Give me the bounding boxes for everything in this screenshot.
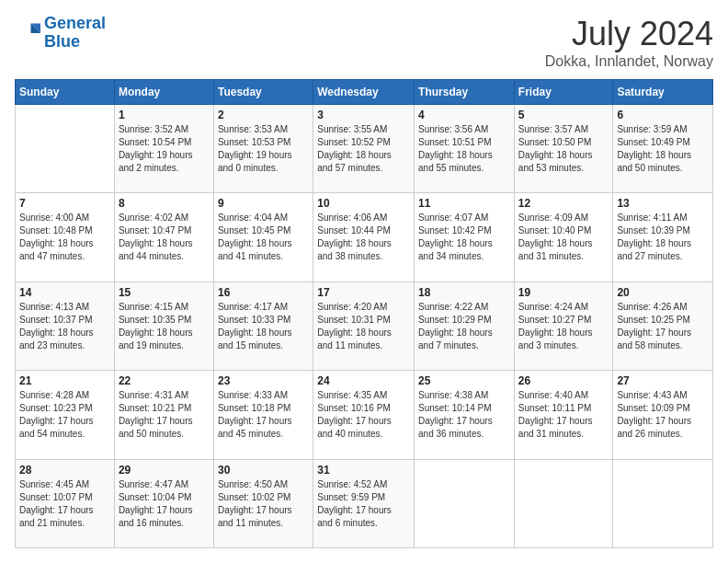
day-number: 25 — [418, 374, 510, 387]
calendar-cell: 15Sunrise: 4:15 AMSunset: 10:35 PMDaylig… — [114, 282, 213, 370]
logo-line1: General — [44, 14, 106, 32]
day-info: Sunrise: 4:31 AMSunset: 10:21 PMDaylight… — [119, 389, 210, 441]
calendar-header: SundayMondayTuesdayWednesdayThursdayFrid… — [16, 80, 713, 105]
day-number: 26 — [518, 374, 609, 387]
calendar-cell: 24Sunrise: 4:35 AMSunset: 10:16 PMDaylig… — [313, 371, 415, 459]
day-number: 5 — [518, 109, 609, 121]
day-info: Sunrise: 4:02 AMSunset: 10:47 PMDaylight… — [119, 212, 210, 263]
day-number: 27 — [617, 374, 709, 387]
calendar-body: 1Sunrise: 3:52 AMSunset: 10:54 PMDayligh… — [16, 105, 713, 548]
day-info: Sunrise: 4:13 AMSunset: 10:37 PMDaylight… — [19, 301, 110, 352]
calendar-cell: 12Sunrise: 4:09 AMSunset: 10:40 PMDaylig… — [514, 193, 613, 282]
calendar-cell: 7Sunrise: 4:00 AMSunset: 10:48 PMDayligh… — [16, 193, 115, 282]
calendar-cell: 9Sunrise: 4:04 AMSunset: 10:45 PMDayligh… — [213, 193, 313, 282]
day-info: Sunrise: 4:47 AMSunset: 10:04 PMDaylight… — [119, 478, 210, 530]
day-info: Sunrise: 4:22 AMSunset: 10:29 PMDaylight… — [418, 301, 510, 352]
weekday-header: Thursday — [415, 80, 515, 105]
day-number: 10 — [317, 197, 410, 210]
day-info: Sunrise: 4:35 AMSunset: 10:16 PMDaylight… — [317, 389, 410, 441]
weekday-header: Tuesday — [213, 80, 313, 105]
day-info: Sunrise: 4:45 AMSunset: 10:07 PMDaylight… — [19, 478, 110, 530]
weekday-header: Sunday — [16, 80, 115, 105]
day-info: Sunrise: 3:52 AMSunset: 10:54 PMDaylight… — [119, 123, 210, 175]
logo-line2: Blue — [44, 32, 80, 51]
title-block: July 2024 Dokka, Innlandet, Norway — [545, 15, 713, 70]
logo: General Blue — [15, 15, 106, 52]
calendar-cell: 17Sunrise: 4:20 AMSunset: 10:31 PMDaylig… — [313, 282, 415, 370]
day-info: Sunrise: 4:43 AMSunset: 10:09 PMDaylight… — [617, 389, 709, 441]
day-info: Sunrise: 3:53 AMSunset: 10:53 PMDaylight… — [218, 123, 309, 175]
calendar-cell: 31Sunrise: 4:52 AMSunset: 9:59 PMDayligh… — [313, 459, 415, 547]
calendar-cell: 4Sunrise: 3:56 AMSunset: 10:51 PMDayligh… — [415, 105, 515, 193]
day-info: Sunrise: 4:20 AMSunset: 10:31 PMDaylight… — [317, 301, 410, 352]
calendar-cell: 21Sunrise: 4:28 AMSunset: 10:23 PMDaylig… — [16, 371, 115, 459]
subtitle: Dokka, Innlandet, Norway — [545, 53, 713, 70]
day-number: 3 — [317, 109, 410, 121]
calendar-cell: 28Sunrise: 4:45 AMSunset: 10:07 PMDaylig… — [16, 459, 115, 547]
logo-icon — [15, 20, 40, 46]
calendar-week-row: 14Sunrise: 4:13 AMSunset: 10:37 PMDaylig… — [16, 282, 713, 370]
day-info: Sunrise: 4:38 AMSunset: 10:14 PMDaylight… — [418, 389, 510, 441]
calendar-cell: 1Sunrise: 3:52 AMSunset: 10:54 PMDayligh… — [114, 105, 213, 193]
calendar-cell: 26Sunrise: 4:40 AMSunset: 10:11 PMDaylig… — [514, 371, 613, 459]
day-number: 15 — [119, 286, 210, 299]
calendar-cell: 5Sunrise: 3:57 AMSunset: 10:50 PMDayligh… — [514, 105, 613, 193]
day-info: Sunrise: 4:11 AMSunset: 10:39 PMDaylight… — [617, 212, 709, 263]
day-number: 20 — [617, 286, 709, 299]
day-number: 1 — [119, 109, 210, 121]
calendar-cell: 8Sunrise: 4:02 AMSunset: 10:47 PMDayligh… — [114, 193, 213, 282]
day-number: 18 — [418, 286, 510, 299]
day-info: Sunrise: 4:09 AMSunset: 10:40 PMDaylight… — [518, 212, 609, 263]
weekday-header: Wednesday — [313, 80, 415, 105]
calendar-cell: 22Sunrise: 4:31 AMSunset: 10:21 PMDaylig… — [114, 371, 213, 459]
calendar-week-row: 21Sunrise: 4:28 AMSunset: 10:23 PMDaylig… — [16, 371, 713, 459]
day-info: Sunrise: 4:26 AMSunset: 10:25 PMDaylight… — [617, 301, 709, 352]
day-number: 11 — [418, 197, 510, 210]
day-info: Sunrise: 4:52 AMSunset: 9:59 PMDaylight:… — [317, 478, 410, 530]
calendar-cell: 14Sunrise: 4:13 AMSunset: 10:37 PMDaylig… — [16, 282, 115, 370]
day-info: Sunrise: 3:56 AMSunset: 10:51 PMDaylight… — [418, 123, 510, 175]
day-info: Sunrise: 4:00 AMSunset: 10:48 PMDaylight… — [19, 212, 110, 263]
day-info: Sunrise: 4:07 AMSunset: 10:42 PMDaylight… — [418, 212, 510, 263]
calendar-cell: 18Sunrise: 4:22 AMSunset: 10:29 PMDaylig… — [415, 282, 515, 370]
calendar-cell: 25Sunrise: 4:38 AMSunset: 10:14 PMDaylig… — [415, 371, 515, 459]
day-number: 23 — [218, 374, 309, 387]
day-number: 13 — [617, 197, 709, 210]
calendar-cell: 2Sunrise: 3:53 AMSunset: 10:53 PMDayligh… — [213, 105, 313, 193]
day-number: 12 — [518, 197, 609, 210]
day-info: Sunrise: 4:15 AMSunset: 10:35 PMDaylight… — [119, 301, 210, 352]
day-info: Sunrise: 3:59 AMSunset: 10:49 PMDaylight… — [617, 123, 709, 175]
day-number: 24 — [317, 374, 410, 387]
day-number: 30 — [218, 464, 309, 477]
day-info: Sunrise: 3:57 AMSunset: 10:50 PMDaylight… — [518, 123, 609, 175]
day-number: 19 — [518, 286, 609, 299]
day-number: 4 — [418, 109, 510, 121]
calendar-cell: 19Sunrise: 4:24 AMSunset: 10:27 PMDaylig… — [514, 282, 613, 370]
day-number: 6 — [617, 109, 709, 121]
calendar-cell: 3Sunrise: 3:55 AMSunset: 10:52 PMDayligh… — [313, 105, 415, 193]
calendar-cell: 6Sunrise: 3:59 AMSunset: 10:49 PMDayligh… — [613, 105, 713, 193]
day-number: 21 — [19, 374, 110, 387]
calendar-cell: 27Sunrise: 4:43 AMSunset: 10:09 PMDaylig… — [613, 371, 713, 459]
calendar-week-row: 7Sunrise: 4:00 AMSunset: 10:48 PMDayligh… — [16, 193, 713, 282]
weekday-row: SundayMondayTuesdayWednesdayThursdayFrid… — [16, 80, 713, 105]
day-number: 14 — [19, 286, 110, 299]
day-info: Sunrise: 4:06 AMSunset: 10:44 PMDaylight… — [317, 212, 410, 263]
day-number: 16 — [218, 286, 309, 299]
calendar-week-row: 1Sunrise: 3:52 AMSunset: 10:54 PMDayligh… — [16, 105, 713, 193]
weekday-header: Monday — [114, 80, 213, 105]
day-info: Sunrise: 4:04 AMSunset: 10:45 PMDaylight… — [218, 212, 309, 263]
day-number: 2 — [218, 109, 309, 121]
day-number: 28 — [19, 464, 110, 477]
calendar-cell — [16, 105, 115, 193]
calendar-cell — [514, 459, 613, 547]
day-info: Sunrise: 4:40 AMSunset: 10:11 PMDaylight… — [518, 389, 609, 441]
calendar-cell: 13Sunrise: 4:11 AMSunset: 10:39 PMDaylig… — [613, 193, 713, 282]
day-number: 17 — [317, 286, 410, 299]
calendar-cell — [415, 459, 515, 547]
page: General Blue July 2024 Dokka, Innlandet,… — [0, 0, 728, 563]
calendar-cell — [613, 459, 713, 547]
calendar-cell: 16Sunrise: 4:17 AMSunset: 10:33 PMDaylig… — [213, 282, 313, 370]
calendar-cell: 20Sunrise: 4:26 AMSunset: 10:25 PMDaylig… — [613, 282, 713, 370]
day-info: Sunrise: 4:28 AMSunset: 10:23 PMDaylight… — [19, 389, 110, 441]
